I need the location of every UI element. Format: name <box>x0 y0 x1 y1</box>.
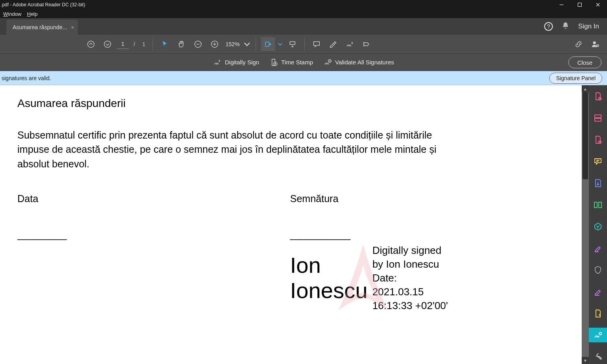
rail-protect-pdf-icon[interactable] <box>589 263 607 277</box>
rail-certificates-icon[interactable] <box>589 328 607 342</box>
fit-width-button[interactable] <box>261 37 275 51</box>
menu-window[interactable]: Window <box>3 11 21 17</box>
window-minimize-button[interactable] <box>552 0 571 9</box>
time-stamp-button[interactable]: Time Stamp <box>270 58 313 67</box>
main-toolbar: / 1 152% <box>0 35 607 54</box>
time-stamp-label: Time Stamp <box>281 59 313 66</box>
scroll-up-arrow[interactable]: ▲ <box>582 85 589 92</box>
tab-bar: Asumarea răspunde... × ? Sign In <box>0 18 607 35</box>
doc-data-label: Data <box>17 193 290 205</box>
svg-point-4 <box>88 41 94 47</box>
scroll-thumb[interactable] <box>582 92 588 179</box>
doc-title: Asumarea răspunderii <box>17 97 554 110</box>
selection-tool-button[interactable] <box>158 37 172 51</box>
digitally-sign-button[interactable]: Digitally Sign <box>213 58 259 67</box>
rail-export-pdf-icon[interactable] <box>589 176 607 191</box>
hand-tool-button[interactable] <box>174 37 189 51</box>
signature-panel-button[interactable]: Signature Panel <box>549 73 602 84</box>
rail-fill-sign-icon[interactable] <box>589 241 607 255</box>
notifications-icon[interactable] <box>562 22 569 31</box>
validate-signatures-button[interactable]: Validate All Signatures <box>323 58 394 67</box>
zoom-dropdown-button[interactable] <box>243 37 251 51</box>
window-close-button[interactable] <box>589 0 607 9</box>
zoom-in-button[interactable] <box>207 37 222 51</box>
page-up-button[interactable] <box>84 37 98 51</box>
svg-point-22 <box>599 332 601 335</box>
page-down-button[interactable] <box>100 37 115 51</box>
signature-banner: signatures are valid. Signature Panel <box>0 71 607 85</box>
window-maximize-button[interactable] <box>571 0 589 9</box>
scroll-down-arrow[interactable]: ▼ <box>582 357 589 364</box>
stamp-button[interactable] <box>359 37 373 51</box>
rail-combine-files-icon[interactable] <box>589 111 607 126</box>
document-tab[interactable]: Asumarea răspunde... × <box>6 20 78 35</box>
share-people-button[interactable] <box>588 37 602 51</box>
doc-signature-label: Semnătura <box>290 193 448 205</box>
window-title: .pdf - Adobe Acrobat Reader DC (32-bit) <box>1 2 552 8</box>
acrobat-logo-icon <box>322 240 405 323</box>
rail-edit-pdf-icon[interactable] <box>589 133 607 147</box>
page-number-input[interactable] <box>117 39 129 49</box>
share-link-button[interactable] <box>571 37 586 51</box>
page-sep: / <box>134 41 135 47</box>
highlight-button[interactable] <box>326 37 340 51</box>
menu-help[interactable]: Help <box>27 11 38 17</box>
titlebar: .pdf - Adobe Acrobat Reader DC (32-bit) <box>0 0 607 9</box>
help-icon[interactable]: ? <box>544 22 553 31</box>
document-page: Asumarea răspunderii Subsemnatul certifi… <box>0 85 582 364</box>
svg-point-12 <box>593 41 596 44</box>
validate-signatures-label: Validate All Signatures <box>335 59 394 66</box>
comment-button[interactable] <box>309 37 324 51</box>
zoom-out-button[interactable] <box>191 37 205 51</box>
rail-organize-pages-icon[interactable] <box>589 198 607 212</box>
zoom-value: 152% <box>226 41 240 47</box>
svg-rect-17 <box>595 115 601 118</box>
sign-in-link[interactable]: Sign In <box>578 23 599 30</box>
sign-button[interactable] <box>343 37 357 51</box>
certificates-toolbar: Digitally Sign Time Stamp Validate All S… <box>0 54 607 71</box>
document-tab-label: Asumarea răspunde... <box>13 24 67 30</box>
read-mode-button[interactable] <box>285 37 300 51</box>
digitally-sign-label: Digitally Sign <box>225 59 259 66</box>
scroll-track[interactable] <box>582 92 589 357</box>
fit-dropdown-button[interactable] <box>277 37 283 51</box>
svg-point-5 <box>104 41 111 47</box>
tab-close-icon[interactable]: × <box>71 24 74 30</box>
rail-more-tools-icon[interactable] <box>589 349 607 364</box>
doc-underline-left: _________ <box>17 229 290 240</box>
svg-rect-1 <box>578 3 582 7</box>
signature-block: Ion Ionescu Digitally signed by Ion Ione… <box>290 244 448 313</box>
svg-rect-18 <box>595 118 601 121</box>
svg-rect-11 <box>290 41 295 44</box>
doc-body: Subsemnatul certific prin prezenta faptu… <box>17 128 444 171</box>
rail-request-signatures-icon[interactable] <box>589 306 607 321</box>
svg-rect-21 <box>599 202 601 208</box>
rail-compress-pdf-icon[interactable] <box>589 220 607 234</box>
close-toolbar-label: Close <box>577 59 592 66</box>
page-total: 1 <box>142 41 145 47</box>
right-tool-rail <box>589 85 607 364</box>
menubar: Window Help <box>0 9 607 18</box>
signature-panel-label: Signature Panel <box>556 75 596 81</box>
rail-comment-icon[interactable] <box>589 154 607 169</box>
rail-redact-icon[interactable] <box>589 284 607 299</box>
doc-underline-right: ___________ <box>290 229 448 240</box>
svg-rect-20 <box>594 202 597 208</box>
signature-banner-message: signatures are valid. <box>2 75 51 81</box>
rail-create-pdf-icon[interactable] <box>589 89 607 104</box>
vertical-scrollbar[interactable]: ▲ ▼ <box>582 85 589 364</box>
content-area: Asumarea răspunderii Subsemnatul certifi… <box>0 85 607 364</box>
close-toolbar-button[interactable]: Close <box>568 56 601 68</box>
